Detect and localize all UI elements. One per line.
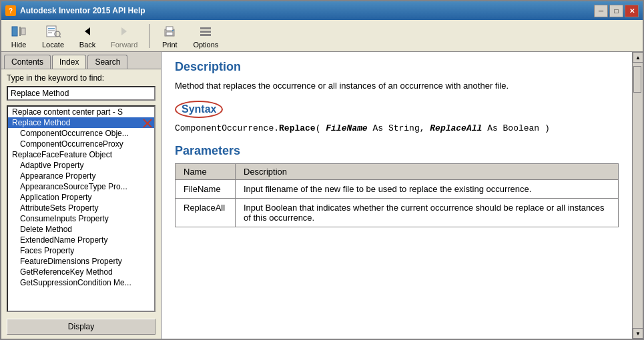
scroll-down-button[interactable]: ▼ bbox=[633, 328, 643, 339]
close-button[interactable]: ✕ bbox=[625, 5, 639, 17]
syntax-section: Syntax ComponentOccurrence.Replace( File… bbox=[175, 101, 619, 133]
print-label: Print bbox=[162, 41, 178, 49]
toolbar: Hide Locate Back bbox=[1, 20, 643, 52]
params-header-desc: Description bbox=[236, 163, 619, 179]
index-list[interactable]: Replace content center part - S Replace … bbox=[7, 105, 155, 312]
list-item[interactable]: GetReferenceKey Method bbox=[8, 267, 154, 277]
list-item[interactable]: Appearance Property bbox=[8, 171, 154, 181]
options-label: Options bbox=[193, 41, 218, 49]
svg-marker-10 bbox=[121, 27, 127, 35]
right-panel: Description Method that replaces the occ… bbox=[162, 52, 632, 339]
syntax-code: ComponentOccurrence.Replace( FileName As… bbox=[175, 123, 619, 133]
left-panel: Contents Index Search Type in the keywor… bbox=[1, 52, 162, 339]
syntax-method: Replace bbox=[279, 123, 316, 133]
table-row: ReplaceAll Input Boolean that indicates … bbox=[176, 198, 619, 227]
list-item[interactable]: ExtendedName Property bbox=[8, 235, 154, 245]
param-desc-2: Input Boolean that indicates whether the… bbox=[236, 198, 619, 227]
keyword-input[interactable] bbox=[7, 86, 155, 101]
back-icon bbox=[79, 23, 95, 39]
title-bar-left: ? Autodesk Inventor 2015 API Help bbox=[5, 5, 145, 16]
list-item[interactable]: ComponentOccurrenceProxy bbox=[8, 139, 154, 149]
description-text: Method that replaces the occurrence or a… bbox=[175, 79, 619, 93]
hide-label: Hide bbox=[11, 41, 27, 49]
svg-marker-9 bbox=[85, 27, 90, 35]
params-header-name: Name bbox=[176, 163, 236, 179]
syntax-title-circle: Syntax bbox=[175, 101, 223, 118]
display-button[interactable]: Display bbox=[7, 319, 155, 335]
main-area: Contents Index Search Type in the keywor… bbox=[1, 52, 643, 339]
annotation-x bbox=[142, 118, 153, 128]
tab-bar: Contents Index Search bbox=[1, 52, 161, 69]
description-title: Description bbox=[175, 60, 619, 74]
hide-icon bbox=[11, 23, 27, 39]
main-window: ? Autodesk Inventor 2015 API Help ─ □ ✕ … bbox=[0, 0, 644, 340]
forward-button[interactable]: Forward bbox=[106, 21, 142, 51]
toolbar-divider bbox=[149, 24, 149, 48]
title-bar: ? Autodesk Inventor 2015 API Help ─ □ ✕ bbox=[1, 1, 643, 20]
svg-rect-14 bbox=[172, 30, 174, 31]
scroll-thumb[interactable] bbox=[633, 66, 641, 93]
search-label: Type in the keyword to find: bbox=[1, 69, 161, 84]
syntax-object: ComponentOccurrence bbox=[175, 123, 274, 133]
list-item[interactable]: Application Property bbox=[8, 192, 154, 203]
app-icon: ? bbox=[5, 5, 16, 16]
print-icon bbox=[162, 23, 178, 39]
tab-contents[interactable]: Contents bbox=[4, 55, 51, 69]
options-icon bbox=[198, 23, 214, 39]
svg-rect-0 bbox=[12, 27, 17, 36]
print-button[interactable]: Print bbox=[156, 21, 183, 51]
svg-rect-12 bbox=[166, 27, 173, 31]
locate-button[interactable]: Locate bbox=[37, 21, 69, 51]
maximize-button[interactable]: □ bbox=[609, 5, 623, 17]
hide-button[interactable]: Hide bbox=[5, 21, 32, 51]
index-list-container: Replace content center part - S Replace … bbox=[1, 105, 161, 312]
syntax-param1: FileName bbox=[326, 123, 367, 133]
back-button[interactable]: Back bbox=[74, 21, 101, 51]
vertical-scrollbar[interactable]: ▲ ▼ bbox=[632, 52, 643, 339]
svg-rect-16 bbox=[200, 31, 211, 33]
list-item-selected[interactable]: Replace Method bbox=[8, 117, 154, 128]
back-label: Back bbox=[79, 41, 95, 49]
param-desc-1: Input filename of the new file to be use… bbox=[236, 179, 619, 198]
content-area[interactable]: Description Method that replaces the occ… bbox=[162, 52, 632, 339]
locate-icon bbox=[45, 23, 61, 39]
forward-label: Forward bbox=[111, 41, 137, 49]
svg-line-8 bbox=[59, 36, 61, 37]
param-name-2: ReplaceAll bbox=[176, 198, 236, 227]
params-table: Name Description FileName Input filename… bbox=[175, 163, 619, 227]
selected-item-label: Replace Method bbox=[12, 118, 70, 127]
table-row: FileName Input filename of the new file … bbox=[176, 179, 619, 198]
list-item[interactable]: ReplaceFaceFeature Object bbox=[8, 149, 154, 160]
svg-rect-13 bbox=[166, 32, 173, 35]
minimize-button[interactable]: ─ bbox=[594, 5, 608, 17]
forward-icon bbox=[116, 23, 132, 39]
list-item[interactable]: Replace content center part - S bbox=[8, 107, 154, 117]
locate-label: Locate bbox=[42, 41, 64, 49]
syntax-param2: ReplaceAll bbox=[430, 123, 482, 133]
title-bar-buttons: ─ □ ✕ bbox=[594, 5, 639, 17]
params-title: Parameters bbox=[175, 144, 619, 158]
scroll-track[interactable] bbox=[633, 63, 643, 328]
list-item[interactable]: GetSuppressionCondition Me... bbox=[8, 277, 154, 288]
list-item[interactable]: FeatureDimensions Property bbox=[8, 256, 154, 267]
list-item[interactable]: Adaptive Property bbox=[8, 160, 154, 171]
list-item[interactable]: AppearanceSourceType Pro... bbox=[8, 181, 154, 192]
param-name-1: FileName bbox=[176, 179, 236, 198]
window-title: Autodesk Inventor 2015 API Help bbox=[20, 6, 145, 15]
tab-index[interactable]: Index bbox=[52, 55, 86, 69]
list-item[interactable]: Delete Method bbox=[8, 224, 154, 235]
scroll-up-button[interactable]: ▲ bbox=[633, 52, 643, 63]
svg-rect-17 bbox=[200, 34, 211, 36]
list-item[interactable]: AttributeSets Property bbox=[8, 203, 154, 213]
syntax-title: Syntax bbox=[182, 103, 216, 115]
tab-search[interactable]: Search bbox=[87, 55, 127, 69]
list-item[interactable]: ConsumeInputs Property bbox=[8, 213, 154, 224]
svg-rect-2 bbox=[21, 28, 25, 35]
options-button[interactable]: Options bbox=[188, 21, 223, 51]
list-item[interactable]: ComponentOccurrence Obje... bbox=[8, 128, 154, 139]
svg-rect-15 bbox=[200, 27, 211, 29]
list-item[interactable]: Faces Property bbox=[8, 245, 154, 256]
